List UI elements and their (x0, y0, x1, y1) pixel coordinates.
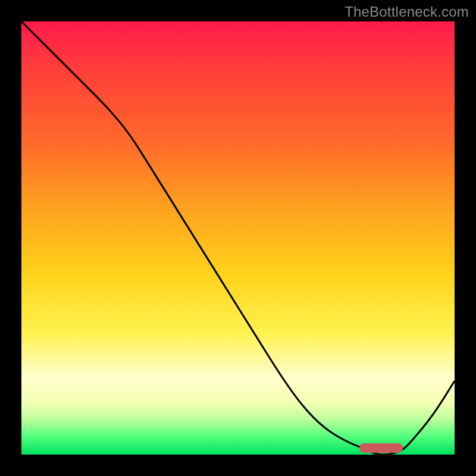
watermark-text: TheBottleneck.com (345, 4, 469, 20)
bottleneck-curve-path (21, 21, 455, 455)
optimum-marker (359, 443, 403, 453)
chart-frame: TheBottleneck.com (0, 0, 476, 476)
chart-curve (21, 21, 455, 455)
